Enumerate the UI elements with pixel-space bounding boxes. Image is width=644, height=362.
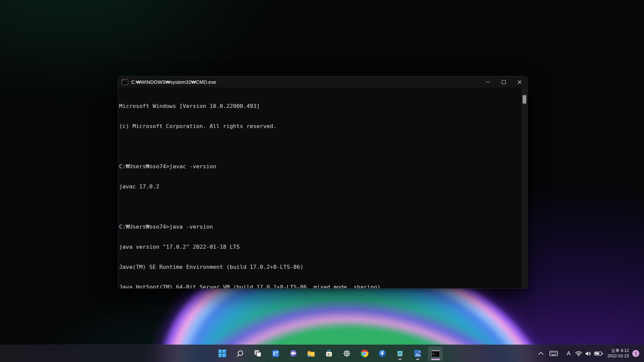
terminal-scrollbar[interactable]	[522, 87, 527, 288]
start-button[interactable]	[215, 347, 229, 361]
scrollbar-thumb[interactable]	[523, 95, 526, 104]
close-icon	[518, 80, 522, 84]
terminal-line: C:₩Users₩oso74>javac -version	[119, 163, 522, 170]
chevron-up-icon	[538, 352, 543, 355]
active-window-indicator	[431, 359, 440, 360]
cmd-icon: >_	[431, 350, 440, 357]
touch-keyboard-button[interactable]	[549, 351, 558, 356]
widgets-icon	[272, 350, 279, 357]
widgets-button[interactable]	[268, 347, 283, 361]
notification-count-badge[interactable]: 3	[632, 350, 639, 357]
maximize-icon	[502, 80, 506, 84]
wifi-icon	[575, 351, 582, 356]
terminal-line: (c) Microsoft Corporation. All rights re…	[119, 123, 522, 130]
terminal-line: Microsoft Windows [Version 10.0.22000.49…	[119, 103, 522, 110]
terminal-line: Java HotSpot(TM) 64-Bit Server VM (build…	[119, 284, 522, 288]
maximize-button[interactable]	[496, 76, 512, 87]
volume-icon	[585, 351, 591, 356]
tray-time: 오후 6:12	[607, 348, 629, 354]
system-tray: A	[538, 345, 644, 362]
settings-button[interactable]	[339, 347, 354, 361]
desktop: C:\_ C:₩WINDOWS₩system32₩CMD.exe Microso…	[0, 0, 644, 362]
keyboard-icon	[549, 351, 558, 356]
settings-gear-icon	[343, 350, 351, 357]
taskbar-icons: >_	[215, 345, 443, 362]
chat-icon	[289, 350, 297, 357]
show-hidden-icons-button[interactable]	[538, 352, 543, 355]
photos-button[interactable]	[410, 347, 425, 361]
window-titlebar[interactable]: C:\_ C:₩WINDOWS₩system32₩CMD.exe	[118, 76, 527, 87]
chat-button[interactable]	[286, 347, 301, 361]
chrome-button[interactable]	[357, 347, 372, 361]
terminal-line	[119, 203, 522, 210]
terminal-line: java version "17.0.2" 2022-01-18 LTS	[119, 244, 522, 250]
windows-logo-icon	[218, 349, 226, 358]
cmd-window: C:\_ C:₩WINDOWS₩system32₩CMD.exe Microso…	[118, 76, 528, 289]
chrome-icon	[361, 350, 368, 357]
search-icon	[236, 350, 244, 358]
ime-language-indicator[interactable]: A	[567, 350, 571, 357]
notepad-icon	[396, 350, 404, 357]
minimize-button[interactable]	[480, 76, 496, 87]
charger-plug-glyph	[595, 351, 597, 353]
terminal-line: javac 17.0.2	[119, 183, 522, 190]
running-indicator	[398, 359, 401, 360]
running-indicator	[416, 359, 419, 360]
window-title: C:₩WINDOWS₩system32₩CMD.exe	[131, 79, 216, 85]
terminal-output[interactable]: Microsoft Windows [Version 10.0.22000.49…	[118, 87, 522, 288]
cmd-taskbar-button[interactable]: >_	[428, 347, 443, 361]
terminal-line: Java(TM) SE Runtime Environment (build 1…	[119, 264, 522, 270]
terminal-line	[119, 143, 522, 150]
terminal-line: C:₩Users₩oso74>java -version	[119, 224, 522, 230]
taskbar: >_	[0, 345, 644, 362]
battery-charging-icon	[594, 351, 603, 356]
clock[interactable]: 오후 6:12 2022-02-23	[607, 348, 629, 359]
file-explorer-icon	[307, 350, 315, 358]
lightning-app-button[interactable]	[375, 347, 389, 361]
notepad-button[interactable]	[392, 347, 407, 361]
search-button[interactable]	[232, 347, 247, 361]
minimize-icon	[486, 82, 490, 82]
lightning-icon	[378, 350, 386, 357]
file-explorer-button[interactable]	[304, 347, 318, 361]
microsoft-store-icon	[325, 350, 333, 357]
task-view-button[interactable]	[250, 347, 265, 361]
photos-icon	[414, 350, 422, 357]
close-button[interactable]	[512, 76, 527, 87]
tray-date: 2022-02-23	[607, 354, 629, 359]
quick-settings-button[interactable]	[575, 351, 603, 356]
microsoft-store-button[interactable]	[321, 347, 336, 361]
task-view-icon	[254, 350, 262, 357]
cmd-app-icon: C:\_	[122, 79, 128, 85]
